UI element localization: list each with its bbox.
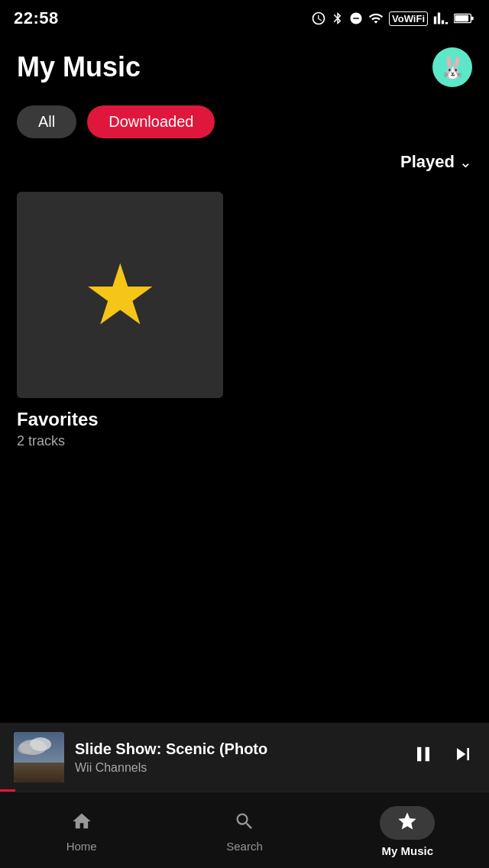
svg-point-6	[30, 737, 51, 751]
vowifi-label: VoWiFi	[389, 11, 428, 26]
avatar-emoji: 🐰	[439, 55, 466, 80]
nav-my-music-label: My Music	[382, 844, 434, 857]
np-title: Slide Show: Scenic (Photo	[75, 740, 400, 758]
next-button[interactable]	[451, 742, 475, 772]
svg-rect-4	[14, 763, 64, 782]
nav-home[interactable]: Home	[0, 802, 163, 859]
next-icon	[451, 742, 475, 766]
search-icon	[234, 811, 255, 832]
alarm-icon	[311, 11, 326, 26]
sort-row: Played ⌄	[0, 152, 489, 186]
nav-home-label: Home	[66, 840, 97, 853]
bluetooth-icon	[331, 11, 345, 26]
chevron-down-icon[interactable]: ⌄	[459, 153, 472, 171]
star-icon: ★	[83, 246, 158, 344]
page-title: My Music	[17, 51, 141, 83]
nav-home-icon-wrap	[71, 811, 92, 835]
nav-my-music[interactable]: My Music	[326, 797, 489, 863]
np-thumbnail	[14, 732, 64, 782]
np-controls	[411, 742, 475, 772]
nav-my-music-icon-wrap	[380, 806, 435, 840]
playlist-tracks: 2 tracks	[17, 433, 223, 449]
dnd-icon	[349, 11, 363, 26]
svg-rect-1	[455, 15, 468, 21]
np-thumbnail-image	[14, 732, 64, 782]
wifi-icon	[368, 11, 384, 26]
playlist-name: Favorites	[17, 409, 223, 430]
star-nav-icon	[397, 811, 418, 832]
nav-search[interactable]: Search	[163, 802, 325, 859]
music-grid: ★ Favorites 2 tracks	[0, 186, 489, 449]
svg-point-7	[18, 743, 33, 754]
status-icons: VoWiFi	[311, 11, 475, 26]
signal-icon	[432, 11, 449, 26]
filter-tabs: All Downloaded	[0, 98, 489, 152]
battery-icon	[454, 11, 475, 26]
now-playing-bar[interactable]: Slide Show: Scenic (Photo Wii Channels	[0, 723, 489, 792]
home-icon	[71, 811, 92, 832]
status-bar: 22:58 VoWiFi	[0, 0, 489, 34]
pause-button[interactable]	[411, 742, 436, 772]
nav-search-label: Search	[226, 840, 263, 853]
np-thumbnail-svg	[14, 732, 64, 782]
playlist-thumbnail: ★	[17, 192, 223, 398]
bottom-nav: Home Search My Music	[0, 792, 489, 868]
status-time: 22:58	[14, 8, 59, 28]
sort-label: Played	[400, 152, 455, 172]
playlist-card-favorites[interactable]: ★ Favorites 2 tracks	[17, 192, 223, 449]
nav-search-icon-wrap	[234, 811, 255, 835]
filter-downloaded-button[interactable]: Downloaded	[87, 105, 215, 138]
pause-icon	[411, 742, 436, 766]
page-header: My Music 🐰	[0, 34, 489, 98]
np-artist: Wii Channels	[75, 761, 400, 775]
filter-all-button[interactable]: All	[17, 105, 76, 138]
avatar[interactable]: 🐰	[432, 47, 472, 87]
svg-rect-2	[471, 17, 474, 21]
np-info: Slide Show: Scenic (Photo Wii Channels	[75, 740, 400, 775]
